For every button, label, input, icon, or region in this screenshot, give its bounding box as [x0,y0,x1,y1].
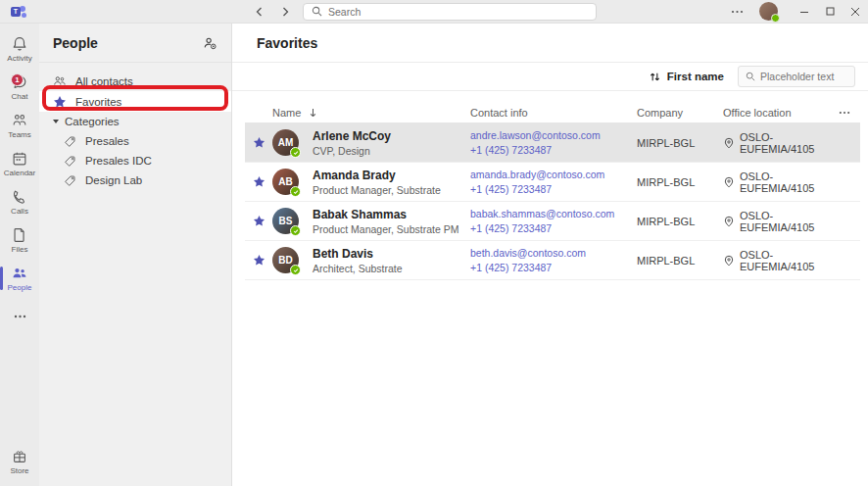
rail-item-more[interactable] [0,298,39,335]
search-input[interactable] [328,6,588,18]
avatar: BD [272,247,299,273]
sidebar-item-favorites[interactable]: Favorites [39,91,231,112]
contact-location: OSLO-EUFEMIA/4105 [740,170,833,194]
contact-email-link[interactable]: babak.shammas@contoso.com [470,208,637,219]
search-icon [312,6,322,17]
list-search-box[interactable] [738,66,855,87]
tag-icon [63,135,76,148]
page-title: Favorites [257,35,317,51]
categories-toggle[interactable]: Categories [39,112,231,131]
rail-item-calendar[interactable]: Calendar [0,145,39,182]
list-search-input[interactable] [760,71,847,82]
global-search-box[interactable] [303,3,597,21]
rail-item-calls[interactable]: Calls [0,183,39,220]
tag-icon [63,155,76,168]
chat-badge: 1 [11,73,24,86]
contacts-icon [53,74,67,88]
minimize-icon[interactable] [792,1,817,23]
contact-location: OSLO-EUFEMIA/4105 [740,210,833,233]
people-sidebar: People All contacts Favorites Categories… [39,24,232,486]
rail-item-chat[interactable]: 1 Chat [0,69,39,106]
contact-email-link[interactable]: andre.lawson@contoso.com [470,129,637,141]
forward-icon[interactable] [279,6,291,18]
rail-item-files[interactable]: Files [0,221,39,259]
column-header-contact-info[interactable]: Contact info [470,107,637,119]
file-icon [11,226,28,244]
presence-available-icon [290,186,301,197]
contact-title: CVP, Design [313,145,470,157]
people-icon [11,265,28,282]
table-row[interactable]: AB Amanda Brady Product Manager, Substra… [245,163,860,202]
sort-label: First name [667,71,724,82]
user-avatar[interactable] [759,2,778,21]
rail-item-teams[interactable]: Teams [0,107,39,144]
contact-email-link[interactable]: beth.davis@contoso.com [470,247,637,259]
sidebar-item-label: Favorites [75,96,121,108]
contact-phone-link[interactable]: +1 (425) 7233487 [470,183,637,195]
list-toolbar: First name [232,63,868,91]
table-row[interactable]: BD Beth Davis Architect, Substrate beth.… [245,241,860,280]
avatar: AM [272,129,299,156]
column-header-company[interactable]: Company [637,107,723,119]
rail-item-activity[interactable]: Activity [0,30,39,68]
contact-phone-link[interactable]: +1 (425) 7233487 [470,222,637,234]
main-content: Favorites First name Name Contact info C… [232,24,868,486]
sort-arrows-icon [649,71,661,83]
rail-item-store[interactable]: Store [0,443,39,480]
contact-phone-link[interactable]: +1 (425) 7233487 [470,144,637,156]
columns-more-icon[interactable] [839,111,860,115]
contact-title: Product Manager, Substrate [313,184,470,196]
favorite-star-icon[interactable] [245,136,272,149]
favorite-star-icon[interactable] [245,254,272,267]
presence-available-icon [290,265,301,275]
contacts-table: Name Contact info Company Office locatio… [245,102,860,280]
close-icon[interactable] [843,1,868,23]
contact-email-link[interactable]: amanda.brady@contoso.com [470,169,637,180]
search-icon [746,72,755,81]
contact-phone-link[interactable]: +1 (425) 7233487 [470,262,637,273]
location-pin-icon [723,216,735,227]
sidebar-item-all-contacts[interactable]: All contacts [39,72,231,91]
location-pin-icon [723,137,735,149]
titlebar-more-icon[interactable] [721,10,753,14]
presence-available-icon [290,147,301,158]
more-icon [14,315,26,318]
tag-icon [63,174,76,187]
column-header-office-location[interactable]: Office location [723,107,833,119]
rail-item-people[interactable]: People [0,260,39,297]
calendar-icon [11,150,28,168]
caret-down-icon [53,120,59,123]
sort-desc-icon [308,107,318,119]
contact-company: MIRPL-BGL [637,137,723,149]
sort-button[interactable]: First name [649,71,724,83]
sidebar-item-label: Presales [85,135,129,147]
sidebar-item-presales[interactable]: Presales [39,131,231,151]
contact-company: MIRPL-BGL [637,216,723,227]
favorite-star-icon[interactable] [245,175,272,188]
chat-icon: 1 [11,73,28,91]
contact-title: Architect, Substrate [313,263,470,274]
sidebar-item-design-lab[interactable]: Design Lab [39,170,231,190]
back-icon[interactable] [254,6,265,18]
contact-name: Arlene McCoy [313,129,470,143]
presence-badge [771,14,780,23]
add-contact-button[interactable] [202,35,217,51]
contact-name: Babak Shammas [313,208,470,221]
sidebar-item-presales-idc[interactable]: Presales IDC [39,151,231,170]
contact-location: OSLO-EUFEMIA/4105 [740,131,833,155]
table-row[interactable]: BS Babak Shammas Product Manager, Substr… [245,202,860,241]
avatar: BS [272,208,299,234]
contact-location: OSLO-EUFEMIA/4105 [740,249,833,272]
contact-company: MIRPL-BGL [637,255,723,267]
app-rail: Activity 1 Chat Teams Calendar Calls Fil… [0,24,39,486]
table-header: Name Contact info Company Office locatio… [245,102,860,123]
sidebar-item-label: All contacts [75,75,133,87]
categories-label: Categories [65,116,120,127]
maximize-icon[interactable] [817,1,843,23]
column-header-name[interactable]: Name [272,107,470,119]
star-icon [53,95,67,109]
presence-available-icon [290,225,301,236]
table-row[interactable]: AM Arlene McCoy CVP, Design andre.lawson… [245,123,860,163]
favorite-star-icon[interactable] [245,215,272,227]
title-bar: T [0,0,868,24]
